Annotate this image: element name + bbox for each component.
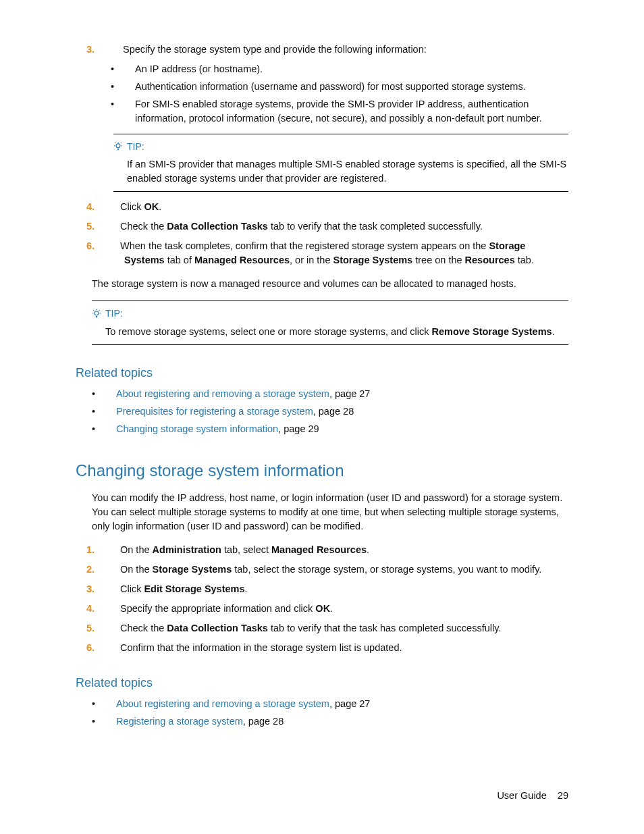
tip-block: TIP: If an SMI-S provider that manages m… [113,134,568,192]
step-text: Confirm that the information in the stor… [120,642,402,653]
step-5: 5.Check the Data Collection Tasks tab to… [92,621,568,635]
related-topics-heading: Related topics [76,674,568,692]
step-5: 5.Check the Data Collection Tasks tab to… [92,219,568,234]
step-number: 6. [105,239,120,253]
step-number: 2. [105,563,120,577]
step-text: Click OK. [120,201,161,212]
tip-label: TIP: [127,140,144,153]
related-link[interactable]: Registering a storage system [116,716,243,727]
related-link[interactable]: Changing storage system information [116,423,278,434]
tip-heading: TIP: [113,140,568,153]
related-link[interactable]: About registering and removing a storage… [116,388,329,399]
svg-point-8 [95,311,99,315]
step-text: Specify the storage system type and prov… [123,44,427,55]
related-link[interactable]: About registering and removing a storage… [116,698,329,709]
step-number: 3. [105,43,120,57]
tip-block: TIP: To remove storage systems, select o… [92,301,568,344]
section-heading: Changing storage system information [76,459,568,483]
related-link-item: •Registering a storage system, page 28 [76,714,568,729]
page-footer: User Guide 29 [497,789,568,803]
related-link-item: •Prerequisites for registering a storage… [76,405,568,419]
tip-body: If an SMI-S provider that manages multip… [127,157,568,186]
step-text: Specify the appropriate information and … [120,603,333,614]
step-text: Check the Data Collection Tasks tab to v… [120,623,501,633]
bullet-icon: • [104,422,116,436]
step-text: On the Administration tab, select Manage… [120,544,369,555]
step-number: 5. [105,219,120,234]
page-ref: , page 29 [278,423,319,434]
tip-label: TIP: [105,307,123,320]
bullet-text: An IP address (or hostname). [135,63,263,74]
bullet-text: For SMI-S enabled storage systems, provi… [135,99,542,124]
step-1: 1.On the Administration tab, select Mana… [92,543,568,557]
bullet-icon: • [104,387,116,401]
paragraph: You can modify the IP address, host name… [92,491,568,533]
step-4: 4.Specify the appropriate information an… [92,602,568,616]
step-4: 4.Click OK. [92,200,568,214]
page-ref: , page 28 [243,716,284,727]
bullet-item: •Authentication information (username an… [76,80,568,94]
svg-point-0 [116,144,120,148]
step-number: 5. [105,621,120,635]
step-number: 4. [105,602,120,616]
related-link[interactable]: Prerequisites for registering a storage … [116,406,313,417]
paragraph: The storage system is now a managed reso… [92,277,568,291]
related-link-item: •About registering and removing a storag… [76,387,568,401]
related-topics-heading: Related topics [76,364,568,382]
step-text: Click Edit Storage Systems. [120,583,248,594]
step-6: 6.Confirm that the information in the st… [92,641,568,655]
bullet-icon: • [104,405,116,419]
tip-bulb-icon [92,309,101,319]
step-6: 6.When the task completes, confirm that … [92,239,568,267]
related-link-item: •About registering and removing a storag… [76,697,568,711]
page-container: 3. Specify the storage system type and p… [0,0,644,834]
step-text: On the Storage Systems tab, select the s… [120,564,541,575]
step-number: 3. [105,582,120,596]
step-text: Check the Data Collection Tasks tab to v… [120,221,483,232]
bullet-icon: • [123,80,135,94]
page-ref: , page 28 [313,406,354,417]
step-2: 2.On the Storage Systems tab, select the… [92,563,568,577]
related-link-item: •Changing storage system information, pa… [76,422,568,436]
step-text: When the task completes, confirm that th… [120,240,534,265]
svg-line-15 [99,310,100,311]
bullet-item: •For SMI-S enabled storage systems, prov… [76,97,568,126]
step-3: 3. Specify the storage system type and p… [92,43,568,57]
step-number: 4. [105,200,120,214]
bullet-icon: • [123,62,135,76]
page-ref: , page 27 [329,698,370,709]
tip-body: To remove storage systems, select one or… [105,325,568,339]
tip-bulb-icon [113,142,123,151]
page-ref: , page 27 [329,388,370,399]
footer-label: User Guide [497,790,546,801]
footer-page-number: 29 [558,790,568,801]
bullet-item: •An IP address (or hostname). [76,62,568,76]
bullet-icon: • [104,714,116,729]
tip-heading: TIP: [92,307,568,320]
svg-line-7 [121,142,122,143]
bullet-icon: • [104,697,116,711]
step-number: 6. [105,641,120,655]
step-3: 3.Click Edit Storage Systems. [92,582,568,596]
bullet-icon: • [123,97,135,111]
step-number: 1. [105,543,120,557]
bullet-text: Authentication information (username and… [135,81,526,92]
svg-line-6 [115,142,115,143]
svg-line-14 [93,310,94,311]
